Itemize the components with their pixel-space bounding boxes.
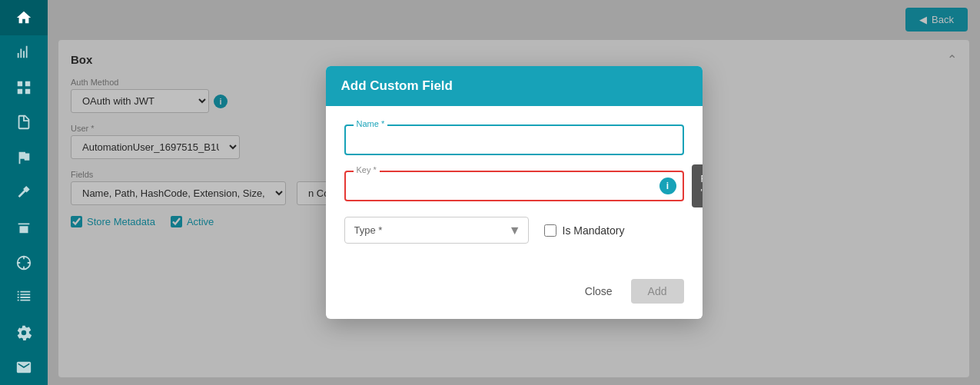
add-button[interactable]: Add xyxy=(631,279,684,304)
name-input-wrap: Name * xyxy=(344,124,684,155)
key-input-outer: Key * i Format of adding custom field: '… xyxy=(344,171,684,201)
sidebar-item-grid[interactable] xyxy=(0,70,48,105)
modal-overlay: Add Custom Field Name * Key * xyxy=(48,0,980,385)
sidebar-item-globe[interactable] xyxy=(0,245,48,280)
modal-title: Add Custom Field xyxy=(341,78,453,93)
main-content: ◀ Back Box ⌃ Auth Method OAuth with JWT … xyxy=(48,0,980,385)
sidebar xyxy=(0,0,48,385)
modal-body: Name * Key * i Format of addin xyxy=(326,106,703,271)
modal-footer: Close Add xyxy=(326,271,703,319)
type-select-wrap: Type * ▼ xyxy=(344,217,529,244)
modal-header: Add Custom Field xyxy=(326,66,703,106)
key-input-wrap: Key * xyxy=(344,171,684,201)
key-tooltip: Format of adding custom field: 'Template… xyxy=(692,164,703,207)
type-select[interactable]: Type * xyxy=(344,217,529,244)
sidebar-item-document[interactable] xyxy=(0,105,48,141)
type-mandatory-row: Type * ▼ Is Mandatory xyxy=(344,217,684,244)
key-field-label: Key * xyxy=(354,165,380,174)
sidebar-item-hammer[interactable] xyxy=(0,175,48,211)
key-tooltip-text: Format of adding custom field: 'Template… xyxy=(701,174,703,198)
mandatory-checkbox[interactable] xyxy=(544,224,556,237)
mandatory-label: Is Mandatory xyxy=(563,224,625,237)
name-field-label: Name * xyxy=(354,119,388,128)
add-custom-field-modal: Add Custom Field Name * Key * xyxy=(326,66,703,319)
sidebar-item-home[interactable] xyxy=(0,0,48,35)
key-info-icon[interactable]: i xyxy=(659,178,676,194)
sidebar-item-list[interactable] xyxy=(0,280,48,315)
sidebar-item-archive[interactable] xyxy=(0,210,48,245)
sidebar-item-email[interactable] xyxy=(0,350,48,385)
name-input[interactable] xyxy=(346,126,683,154)
key-field-group: Key * i Format of adding custom field: '… xyxy=(344,171,684,201)
sidebar-item-settings[interactable] xyxy=(0,315,48,350)
close-button[interactable]: Close xyxy=(574,279,623,304)
name-field-group: Name * xyxy=(344,124,684,155)
key-input[interactable] xyxy=(346,172,683,200)
sidebar-item-chart[interactable] xyxy=(0,35,48,71)
mandatory-wrap: Is Mandatory xyxy=(544,224,625,237)
sidebar-item-flag[interactable] xyxy=(0,140,48,175)
